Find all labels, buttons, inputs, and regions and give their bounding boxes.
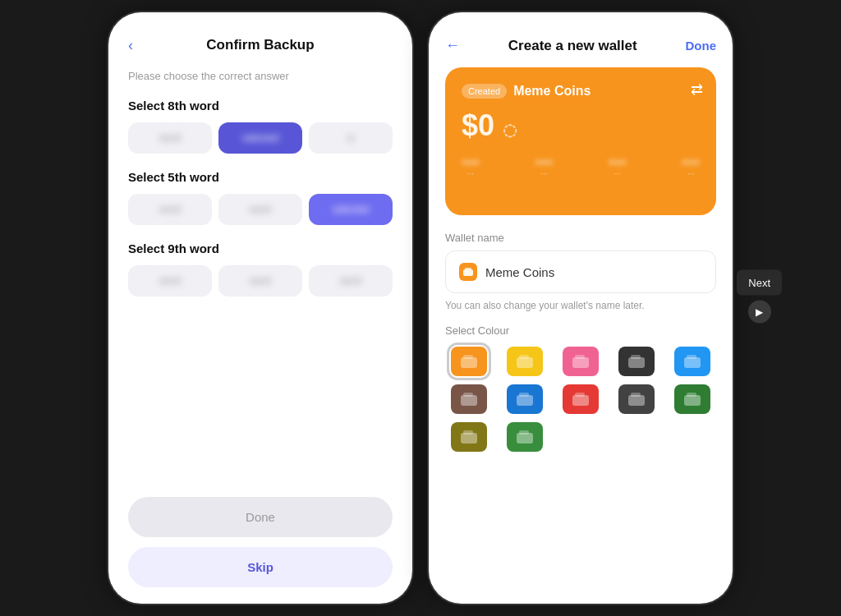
- svg-rect-21: [687, 393, 696, 397]
- word-label-9th: Select 9th word: [128, 241, 393, 255]
- svg-rect-1: [465, 268, 471, 270]
- right-phone: ← Create a new wallet Done Created Meme …: [429, 12, 733, 604]
- stat-item-4: ●●● ···: [682, 156, 700, 178]
- created-badge: Created: [462, 84, 507, 99]
- wallet-card-menu-icon[interactable]: ⇄: [691, 80, 703, 99]
- svg-rect-15: [519, 393, 529, 397]
- svg-rect-25: [519, 430, 529, 434]
- colour-item-charcoal[interactable]: [613, 384, 660, 414]
- right-screen-title: Create a new wallet: [508, 38, 637, 54]
- word-option-9th-1[interactable]: word: [128, 265, 212, 297]
- word-section-5th: Select 5th word word word selected: [128, 170, 393, 225]
- svg-rect-7: [575, 355, 585, 359]
- wallet-card-header: Created Meme Coins: [462, 84, 700, 99]
- done-button-left[interactable]: Done: [128, 497, 393, 537]
- colour-item-green[interactable]: [501, 422, 549, 452]
- wallet-name-value: Meme Coins: [485, 265, 554, 279]
- word-options-5th: word word selected: [128, 194, 393, 225]
- subtitle: Please choose the correct answer: [128, 70, 393, 82]
- svg-rect-5: [519, 355, 529, 359]
- svg-rect-0: [463, 269, 473, 276]
- word-option-9th-2[interactable]: word: [218, 265, 302, 297]
- left-phone: ‹ Confirm Backup Please choose the corre…: [108, 12, 412, 604]
- svg-rect-3: [463, 355, 473, 359]
- back-arrow-left[interactable]: ‹: [128, 37, 133, 54]
- stat-item-3: ●●● ···: [609, 156, 627, 178]
- word-option-8th-3[interactable]: w: [309, 122, 393, 154]
- colour-grid: [445, 347, 716, 452]
- word-option-8th-1[interactable]: word: [128, 122, 212, 154]
- colour-item-blue[interactable]: [669, 347, 716, 376]
- done-button-right[interactable]: Done: [686, 39, 717, 53]
- right-header: ← Create a new wallet Done: [445, 29, 716, 54]
- svg-rect-23: [463, 430, 473, 434]
- next-label[interactable]: Next: [737, 269, 782, 295]
- left-header: ‹ Confirm Backup: [128, 29, 393, 53]
- wallet-name-label: Wallet name: [445, 232, 716, 244]
- colour-label: Select Colour: [445, 324, 716, 337]
- word-option-5th-3[interactable]: selected: [309, 194, 393, 225]
- colour-item-yellow[interactable]: [501, 347, 549, 376]
- colour-item-forest[interactable]: [669, 384, 716, 414]
- wallet-name-input[interactable]: Meme Coins: [445, 251, 716, 293]
- wallet-card-name: Meme Coins: [513, 84, 591, 99]
- svg-rect-11: [687, 355, 696, 359]
- word-section-8th: Select 8th word word selected w: [128, 99, 393, 154]
- wallet-icon-small: [459, 263, 477, 281]
- stat-item-2: ●●● ···: [535, 156, 553, 178]
- svg-rect-9: [631, 355, 641, 359]
- colour-item-dark[interactable]: [613, 347, 660, 376]
- skip-button[interactable]: Skip: [128, 547, 393, 587]
- wallet-card: Created Meme Coins ⇄ $0 ◌ ●●● ···: [445, 67, 716, 215]
- colour-item-olive[interactable]: [445, 422, 493, 452]
- word-label-5th: Select 5th word: [128, 170, 393, 184]
- stat-item-1: ●●● ···: [462, 156, 480, 178]
- next-arrow-button[interactable]: ▶: [748, 300, 771, 323]
- back-arrow-right[interactable]: ←: [445, 37, 460, 54]
- word-options-9th: word word word: [128, 265, 393, 297]
- svg-rect-13: [463, 393, 473, 397]
- word-option-9th-3[interactable]: word: [309, 265, 393, 297]
- colour-item-orange[interactable]: [445, 347, 493, 376]
- svg-rect-17: [575, 393, 585, 397]
- word-option-8th-2[interactable]: selected: [218, 122, 302, 154]
- wallet-stats: ●●● ··· ●●● ··· ●●● ···: [462, 156, 700, 178]
- word-options-8th: word selected w: [128, 122, 393, 154]
- colour-item-steel-blue[interactable]: [501, 384, 549, 414]
- word-section-9th: Select 9th word word word word: [128, 241, 393, 297]
- colour-item-brown[interactable]: [445, 384, 493, 414]
- word-option-5th-1[interactable]: word: [128, 194, 212, 225]
- left-screen-title: Confirm Backup: [206, 37, 314, 53]
- wallet-balance: $0 ◌: [462, 108, 700, 143]
- word-option-5th-2[interactable]: word: [218, 194, 302, 225]
- colour-item-red[interactable]: [557, 384, 604, 414]
- next-tooltip: Next ▶: [737, 269, 782, 323]
- colour-item-pink[interactable]: [557, 347, 604, 376]
- svg-rect-19: [631, 393, 641, 397]
- word-label-8th: Select 8th word: [128, 99, 393, 113]
- hint-text: You can also change your wallet's name l…: [445, 300, 716, 311]
